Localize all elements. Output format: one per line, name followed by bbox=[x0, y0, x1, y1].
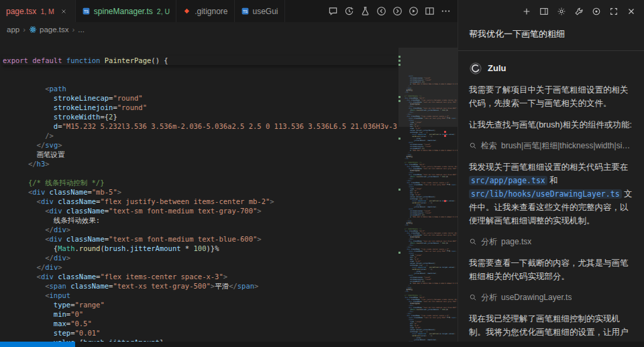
code-line: <input bbox=[3, 291, 398, 300]
split-editor-icon[interactable] bbox=[425, 6, 435, 16]
tool-call-detail: useDrawingLayer.ts bbox=[501, 291, 572, 304]
editor-toolbar bbox=[321, 0, 458, 22]
code-line: d="M15.232 5.232l3.536 3.536m-2.036-5.03… bbox=[3, 121, 398, 131]
code-line: <div className="text-sm font-medium text… bbox=[3, 234, 398, 244]
minimap-git-tick bbox=[398, 60, 400, 62]
tool-call-row[interactable]: 分析useDrawingLayer.ts bbox=[469, 291, 633, 304]
react-icon bbox=[29, 26, 37, 34]
gear-icon[interactable] bbox=[557, 7, 566, 16]
breadcrumb-item-page.tsx[interactable]: page.tsx bbox=[29, 26, 68, 34]
assistant-paragraph: 让我先查找与画笔(brush)相关的组件或功能: bbox=[469, 118, 633, 132]
minimap[interactable]: <path strokeLinecap="round" strokeLinejo… bbox=[398, 37, 458, 342]
code-line: </div> bbox=[3, 253, 398, 262]
editor-column: page.tsx1, MTSspineManager.ts2, U.gitign… bbox=[0, 0, 458, 342]
tab-label: useGui bbox=[253, 7, 278, 16]
breadcrumb-separator: › bbox=[72, 26, 75, 34]
code-line: {Math.round(brush.jitterAmount * 100)}% bbox=[3, 244, 398, 253]
code-line: <div className="flex items-center space-… bbox=[3, 272, 398, 281]
tab-label: spineManager.ts bbox=[94, 7, 153, 16]
code-lines: <path strokeLinecap="round" strokeLinejo… bbox=[3, 84, 398, 342]
breadcrumb: app›page.tsx›... bbox=[0, 22, 458, 37]
sticky-scroll-line[interactable]: export default function PainterPage() { bbox=[3, 56, 398, 65]
ts-file-icon: TS bbox=[241, 7, 250, 15]
code-line: strokeLinecap="round" bbox=[3, 93, 398, 103]
beaker-icon[interactable] bbox=[360, 6, 370, 16]
close-icon[interactable] bbox=[627, 7, 636, 16]
plus-icon[interactable] bbox=[522, 7, 531, 16]
minimap-git-tick bbox=[398, 96, 400, 98]
app-window: page.tsx1, MTSspineManager.ts2, U.gitign… bbox=[0, 0, 644, 347]
forward-circle-icon[interactable] bbox=[392, 6, 402, 16]
tab-.gitignore[interactable]: .gitignore bbox=[176, 0, 234, 22]
code-line: <div className="text-sm font-medium text… bbox=[3, 206, 398, 215]
tab-page.tsx[interactable]: page.tsx1, M bbox=[0, 0, 76, 22]
code-line: </div> bbox=[3, 225, 398, 234]
breadcrumb-separator: › bbox=[23, 26, 25, 34]
history-icon[interactable] bbox=[344, 6, 354, 16]
chat-icon[interactable] bbox=[328, 6, 338, 16]
minimap-error-tick bbox=[444, 200, 446, 202]
code-line: value={brush.jitterAmount} bbox=[3, 338, 398, 342]
code-line: <path bbox=[3, 84, 398, 93]
editor-pane: export default function PainterPage() { … bbox=[0, 37, 458, 342]
layout-icon[interactable] bbox=[539, 7, 549, 16]
tab-useGui[interactable]: TSuseGui bbox=[235, 0, 285, 22]
record-icon[interactable] bbox=[592, 7, 601, 16]
tools-icon[interactable] bbox=[574, 7, 584, 16]
remote-indicator[interactable] bbox=[0, 342, 75, 347]
minimap-git-tick bbox=[398, 252, 400, 254]
paragraph-text: 和 bbox=[547, 176, 558, 185]
tool-call-detail: page.tsx bbox=[501, 235, 531, 248]
tab-label: page.tsx bbox=[6, 7, 36, 16]
file-link[interactable]: src/app/page.tsx bbox=[469, 176, 547, 185]
minimap-git-tick bbox=[398, 189, 400, 191]
minimap-error-tick bbox=[444, 131, 446, 133]
assistant-paragraph: 现在我已经理解了画笔粗细控制的实现机制。我将为您优化画笔粗细的设置，让用户体验更… bbox=[469, 312, 633, 342]
back-circle-icon[interactable] bbox=[376, 6, 386, 16]
minimap-git-tick bbox=[398, 56, 400, 58]
play-circle-icon[interactable] bbox=[409, 6, 419, 16]
assistant-name: Zulu bbox=[488, 62, 506, 75]
code-line: <div className="mb-5"> bbox=[3, 187, 398, 197]
expand-icon[interactable] bbox=[609, 7, 619, 16]
svg-text:TS: TS bbox=[84, 9, 89, 13]
paragraph-text: 让我先查找与画笔(brush)相关的组件或功能: bbox=[469, 120, 632, 130]
chat-messages: 帮我优化一下画笔的粗细 Zulu 我需要了解项目中关于画笔粗细设置的相关代码，先… bbox=[458, 22, 644, 342]
tool-call-label: 分析 bbox=[481, 235, 497, 248]
tool-call-row[interactable]: 检索brush|画笔|粗细|thickness|width|size (240) bbox=[469, 139, 633, 152]
tool-call-detail: brush|画笔|粗细|thickness|width|size (240) bbox=[501, 139, 633, 152]
chat-panel: 帮我优化一下画笔的粗细 Zulu 我需要了解项目中关于画笔粗细设置的相关代码，先… bbox=[458, 0, 644, 342]
assistant-paragraph: 我需要了解项目中关于画笔粗细设置的相关代码，先搜索一下与画笔相关的文件。 bbox=[469, 83, 633, 110]
tab-strip: page.tsx1, MTSspineManager.ts2, U.gitign… bbox=[0, 0, 285, 22]
code-line: step="0.01" bbox=[3, 328, 398, 338]
file-link[interactable]: src/lib/hooks/useDrawingLayer.ts bbox=[469, 189, 622, 199]
assistant-response: 我需要了解项目中关于画笔粗细设置的相关代码，先搜索一下与画笔相关的文件。让我先查… bbox=[469, 83, 633, 342]
code-editor[interactable]: export default function PainterPage() { … bbox=[0, 37, 398, 342]
minimap-git-tick bbox=[398, 64, 400, 66]
code-line: max="0.5" bbox=[3, 319, 398, 328]
assistant-paragraph: 我发现关于画笔粗细设置的相关代码主要在 src/app/page.tsx 和 s… bbox=[469, 160, 633, 228]
tab-label: .gitignore bbox=[195, 7, 227, 16]
tab-close-icon[interactable] bbox=[59, 6, 69, 16]
breadcrumb-item-...[interactable]: ... bbox=[78, 26, 85, 34]
svg-text:TS: TS bbox=[242, 9, 247, 13]
paragraph-text: 我需要了解项目中关于画笔粗细设置的相关代码，先搜索一下与画笔相关的文件。 bbox=[469, 85, 629, 108]
code-line: </svg> bbox=[3, 140, 398, 150]
search-icon bbox=[469, 293, 477, 301]
breadcrumb-label: app bbox=[7, 26, 19, 34]
code-line: 线条抖动效果: bbox=[3, 215, 398, 225]
main-area: page.tsx1, MTSspineManager.ts2, U.gitign… bbox=[0, 0, 644, 342]
tab-badge: 2, U bbox=[157, 7, 170, 15]
code-line: strokeWidth={2} bbox=[3, 112, 398, 121]
search-icon bbox=[469, 142, 477, 150]
tool-call-row[interactable]: 分析page.tsx bbox=[469, 235, 633, 248]
paragraph-text: 我发现关于画笔粗细设置的相关代码主要在 bbox=[469, 162, 629, 172]
tab-spineManager.ts[interactable]: TSspineManager.ts2, U bbox=[76, 0, 176, 22]
more-icon[interactable] bbox=[441, 6, 451, 16]
code-line: export default function PainterPage() { bbox=[3, 56, 398, 65]
minimap-git-tick bbox=[398, 138, 400, 140]
code-line: type="range" bbox=[3, 300, 398, 309]
breadcrumb-label: ... bbox=[78, 26, 85, 34]
status-bar bbox=[0, 342, 644, 347]
breadcrumb-item-app[interactable]: app bbox=[7, 26, 19, 34]
